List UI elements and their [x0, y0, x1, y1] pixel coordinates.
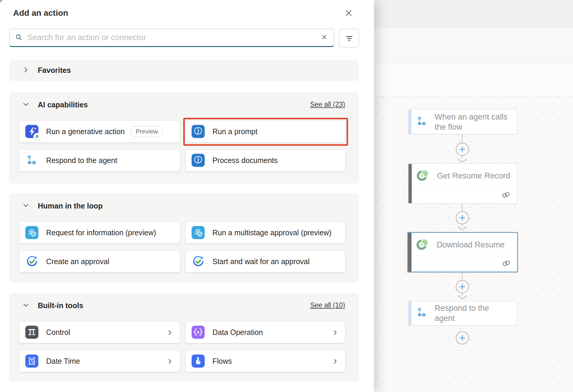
- chevron-right-icon: [332, 329, 339, 337]
- canvas-subheader-band: [374, 28, 573, 64]
- chevron-right-icon: [167, 358, 173, 366]
- connector-arrow-icon: [457, 295, 468, 301]
- node-accent: [408, 233, 411, 272]
- agent-flow-icon: [416, 307, 428, 319]
- connector-line: [462, 272, 463, 280]
- section-human-in-the-loop: Human in the loop Request for informatio…: [9, 193, 359, 283]
- dataverse-icon: [416, 168, 430, 183]
- approval-icon: [25, 255, 38, 268]
- insert-action-button[interactable]: [456, 143, 469, 156]
- panel-title: Add an action: [13, 8, 68, 18]
- chevron-down-icon: [22, 101, 29, 109]
- card-date-time[interactable]: Date Time: [19, 350, 180, 372]
- link-icon[interactable]: [501, 191, 511, 199]
- favorites-header[interactable]: Favorites: [22, 65, 71, 76]
- node-respond-to-agent[interactable]: Respond to the agent: [408, 301, 517, 325]
- ai-brain-icon: [192, 125, 205, 138]
- dataverse-icon: [416, 237, 430, 252]
- card-run-multistage-approval[interactable]: Run a multistage approval (preview): [185, 222, 345, 244]
- node-footer: [411, 256, 517, 272]
- card-label: Create an approval: [46, 257, 109, 266]
- connector-arrow-icon: [457, 226, 468, 232]
- card-label: Request for information (preview): [46, 228, 156, 237]
- card-label: Process documents: [212, 156, 278, 165]
- node-download-resume[interactable]: Download Resume: [407, 232, 518, 272]
- card-create-an-approval[interactable]: Create an approval: [19, 250, 180, 272]
- insert-action-button[interactable]: [456, 211, 469, 224]
- connector-line: [462, 134, 463, 143]
- built-in-tools-label: Built-in tools: [38, 301, 83, 310]
- alarm-clock-icon: [25, 355, 38, 368]
- chevron-right-icon: [167, 329, 173, 337]
- search-input[interactable]: [27, 33, 320, 42]
- request-info-icon: [25, 226, 38, 239]
- human-in-the-loop-header[interactable]: Human in the loop: [22, 200, 103, 211]
- card-run-a-prompt[interactable]: Run a prompt: [185, 120, 345, 142]
- tools-see-all-link[interactable]: See all (10): [310, 301, 345, 309]
- preview-badge: Preview: [131, 126, 163, 137]
- premium-gem-icon: [33, 133, 41, 140]
- flow-canvas: Copilot Version When an agent calls the …: [374, 0, 573, 392]
- card-flows[interactable]: Flows: [185, 350, 345, 372]
- node-get-resume-record[interactable]: Get Resume Record: [408, 164, 517, 203]
- node-title: Respond to the agent: [435, 303, 493, 323]
- card-data-operation[interactable]: Data Operation: [185, 321, 345, 343]
- card-run-generative-action[interactable]: Run a generative action Preview: [19, 120, 180, 142]
- agent-flow-icon: [416, 116, 428, 128]
- card-control[interactable]: Control: [19, 321, 180, 343]
- link-icon[interactable]: [502, 260, 511, 268]
- agent-flow-icon: [25, 154, 38, 167]
- designer-toolbar: Copilot Version: [374, 64, 573, 97]
- card-label: Flows: [212, 357, 232, 366]
- close-button[interactable]: [342, 7, 356, 20]
- ai-see-all-link[interactable]: See all (23): [310, 101, 345, 109]
- ai-capabilities-label: AI capabilities: [38, 101, 88, 109]
- card-respond-to-agent[interactable]: Respond to the agent: [19, 149, 180, 171]
- card-start-and-wait-approval[interactable]: Start and wait for an approval: [185, 250, 345, 272]
- request-info-icon: [192, 226, 205, 239]
- data-operation-icon: [192, 326, 205, 339]
- canvas-header-band: [374, 0, 573, 28]
- card-label: Run a generative action: [46, 127, 125, 136]
- node-accent: [408, 164, 412, 203]
- card-label: Start and wait for an approval: [212, 257, 310, 266]
- clear-search-icon[interactable]: [320, 32, 329, 43]
- chevron-down-icon: [22, 202, 29, 210]
- node-accent: [408, 301, 411, 325]
- control-icon: [25, 326, 38, 339]
- chevron-down-icon: [22, 302, 29, 310]
- node-title: When an agent calls the flow: [435, 112, 509, 132]
- chevron-right-icon: [332, 358, 339, 366]
- card-label: Data Operation: [212, 328, 263, 337]
- generative-action-icon: [25, 125, 38, 138]
- node-when-agent-calls-flow[interactable]: When an agent calls the flow: [408, 109, 517, 134]
- card-label: Control: [46, 328, 70, 337]
- node-accent: [408, 110, 411, 134]
- section-favorites: Favorites: [9, 59, 359, 81]
- app: Copilot Version When an agent calls the …: [0, 0, 573, 392]
- section-built-in-tools: Built-in tools See all (10) Control Data…: [9, 293, 359, 382]
- connector-line: [462, 203, 463, 211]
- section-ai-capabilities: AI capabilities See all (23) Run a gener…: [9, 92, 359, 184]
- insert-action-button[interactable]: [456, 331, 469, 344]
- human-in-the-loop-label: Human in the loop: [38, 202, 103, 210]
- card-label: Run a prompt: [212, 127, 257, 136]
- card-label: Date Time: [46, 357, 80, 366]
- card-process-documents[interactable]: Process documents: [185, 149, 345, 171]
- insert-action-button[interactable]: [456, 280, 469, 293]
- approval-icon: [192, 255, 205, 268]
- card-label: Run a multistage approval (preview): [212, 228, 331, 237]
- card-label: Respond to the agent: [46, 156, 117, 165]
- search-icon: [15, 33, 23, 42]
- hand-touch-icon: [192, 355, 205, 368]
- favorites-label: Favorites: [38, 66, 71, 75]
- node-title: Download Resume: [437, 240, 505, 250]
- add-action-panel: Add an action Favorites: [0, 0, 374, 392]
- node-footer: [412, 187, 517, 203]
- node-title: Get Resume Record: [437, 171, 510, 181]
- card-request-for-information[interactable]: Request for information (preview): [19, 222, 180, 244]
- ai-brain-icon: [192, 154, 205, 167]
- filter-button[interactable]: [339, 29, 359, 48]
- ai-capabilities-header[interactable]: AI capabilities: [22, 99, 88, 110]
- built-in-tools-header[interactable]: Built-in tools: [22, 300, 83, 311]
